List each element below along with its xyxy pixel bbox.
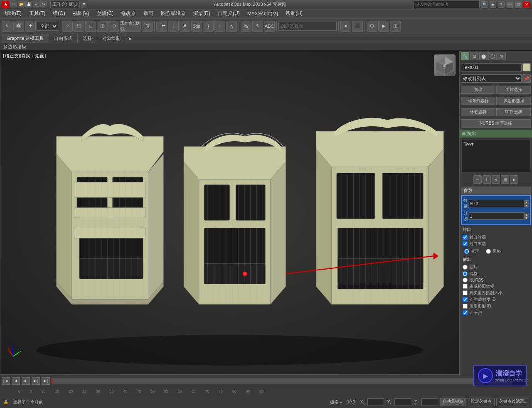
menu-tools[interactable]: 工具(T)	[26, 9, 49, 18]
menu-help[interactable]: 帮助(H)	[282, 9, 306, 18]
menu-create[interactable]: 创建(C)	[94, 9, 117, 18]
pin-stack-icon[interactable]: ⊣	[473, 175, 482, 184]
view-label[interactable]: 工作台: 默认	[120, 21, 141, 32]
amount-input[interactable]	[469, 200, 524, 207]
tab-selection[interactable]: 选择	[78, 34, 97, 43]
spacing-icon[interactable]: ⠿	[180, 21, 190, 32]
rp-display-icon[interactable]: ◯	[488, 52, 497, 60]
show-end-icon[interactable]: I	[483, 175, 491, 184]
open-icon[interactable]: 📂	[18, 1, 25, 7]
redo-icon[interactable]: ↪	[40, 1, 47, 7]
segments-input[interactable]	[469, 212, 524, 220]
patch-select-button[interactable]: 面片选择	[496, 86, 531, 94]
tab-graphite[interactable]: Graphite 建模工具	[2, 34, 49, 43]
menu-views[interactable]: 视图(V)	[69, 9, 93, 18]
menu-rendering[interactable]: 渲染(R)	[190, 9, 214, 18]
mirror-icon[interactable]: ⊣⊢	[156, 21, 167, 32]
ffd-select-button[interactable]: FFD 选择	[496, 108, 531, 116]
timeline-prev-button[interactable]: ◄	[12, 377, 20, 385]
new-icon[interactable]: □	[10, 1, 17, 7]
filter-select[interactable]: 全部	[37, 22, 58, 31]
select-icon[interactable]: ↖	[2, 21, 12, 32]
configure-icon[interactable]: ►	[510, 175, 518, 184]
volume-select-button[interactable]: 体积选择	[461, 108, 495, 116]
save-icon[interactable]: 💾	[25, 1, 32, 7]
rp-hierarchy-icon[interactable]: ⊡	[470, 52, 478, 60]
amount-down-button[interactable]: ▼	[524, 204, 529, 207]
menu-maxscript[interactable]: MAXScript(M)	[244, 10, 282, 17]
rp-pin-icon[interactable]: 📌	[522, 74, 531, 83]
nurbs-select-button[interactable]: NURBS 曲面选择	[461, 119, 531, 128]
normal-align-icon[interactable]: ↑	[214, 21, 225, 32]
menu-modifiers[interactable]: 修改器	[118, 9, 139, 18]
region-select-icon[interactable]: ⬚	[74, 21, 84, 32]
render-icon[interactable]: ▶	[378, 21, 389, 32]
timeline-slider[interactable]	[52, 379, 512, 383]
rp-motion-icon[interactable]: ⬤	[479, 52, 488, 60]
render-frame-icon[interactable]: ◫	[390, 21, 401, 32]
snap-2d-icon[interactable]: ⊕	[108, 21, 119, 32]
cap-start-checkbox[interactable]	[463, 235, 468, 240]
menu-customize[interactable]: 自定义(U)	[214, 9, 243, 18]
nurbs-radio[interactable]	[463, 278, 468, 283]
workspace-label[interactable]: 工作台: 默认	[50, 1, 80, 8]
close-button[interactable]: ✕	[523, 1, 530, 8]
autokey-button[interactable]: 自动关键点	[440, 398, 466, 406]
rp-modify-icon[interactable]: 🔧	[461, 52, 469, 60]
named-selection-input[interactable]	[278, 22, 337, 31]
crossing-icon[interactable]: ◫	[97, 21, 108, 32]
restore-button[interactable]: □	[515, 1, 522, 8]
status-lock-icon[interactable]: 🔒	[2, 400, 10, 404]
z-coord-input[interactable]	[421, 398, 438, 406]
object-name-input[interactable]	[461, 63, 522, 71]
use-shape-checkbox[interactable]	[463, 304, 468, 309]
quick-align-icon[interactable]: ⍿	[203, 21, 214, 32]
patch-radio[interactable]	[463, 265, 468, 270]
object-color-swatch[interactable]	[522, 63, 531, 71]
rp-utils-icon[interactable]: ⚒	[498, 52, 506, 60]
search-input[interactable]	[413, 1, 480, 8]
segments-up-button[interactable]: ▲	[524, 213, 529, 216]
tab-more-arrow[interactable]: »	[126, 34, 134, 43]
amount-up-button[interactable]: ▲	[524, 200, 529, 204]
help-icon[interactable]: ?	[498, 1, 505, 8]
grid-radio[interactable]	[486, 249, 491, 254]
gen-map-checkbox[interactable]	[463, 284, 468, 289]
set-key-button[interactable]: 设定关键点	[468, 398, 495, 406]
minimize-button[interactable]: —	[506, 1, 514, 8]
lasso-icon[interactable]: 🔘	[13, 21, 24, 32]
rect-select-icon[interactable]: □	[85, 21, 96, 32]
y-coord-input[interactable]	[394, 398, 411, 406]
move-icon[interactable]: ✚	[25, 21, 36, 32]
menu-edit[interactable]: 编辑(E)	[2, 9, 25, 18]
tab-object-paint[interactable]: 对象绘制	[97, 34, 126, 43]
view-cube[interactable]: 前	[434, 54, 456, 76]
cap-end-checkbox[interactable]	[463, 241, 468, 246]
timeline-next-button[interactable]: ►|	[32, 377, 40, 385]
tab-freeform[interactable]: 自由形式	[49, 34, 78, 43]
menu-graph-editors[interactable]: 图形编辑器	[158, 9, 189, 18]
snap-icon[interactable]: ⊞	[142, 21, 153, 32]
modifier-list-select[interactable]: 修改器列表	[461, 74, 522, 83]
select-tool[interactable]: ↗	[62, 21, 73, 32]
object-paint-icon[interactable]: n	[226, 21, 237, 32]
bookmark-icon[interactable]: ★	[490, 1, 496, 8]
spline-select-button[interactable]: 样条线选择	[461, 97, 495, 105]
gen-mat-checkbox[interactable]	[463, 297, 468, 302]
morph-radio[interactable]	[464, 249, 469, 254]
timeline-start-button[interactable]: |◄	[2, 377, 10, 385]
align-icon[interactable]: ↕	[168, 21, 179, 32]
remove-icon[interactable]: ▤	[501, 175, 509, 184]
percent-icon[interactable]: %	[241, 21, 251, 32]
workspace-dropdown-icon[interactable]: ▼	[81, 1, 87, 7]
x-coord-input[interactable]	[367, 398, 384, 406]
poly-select-button[interactable]: 多边形选择	[496, 97, 531, 105]
wire-icon[interactable]: ABC	[264, 21, 275, 32]
viewport[interactable]: [+][正交][真实 + 边面] 前 X Y Z	[0, 51, 459, 375]
make-unique-icon[interactable]: ⋎	[492, 175, 500, 184]
scene-manager-icon[interactable]: ≡	[340, 21, 351, 32]
timeline-play-button[interactable]: ►	[22, 377, 30, 385]
loop-icon[interactable]: ↻	[252, 21, 263, 32]
real-world-checkbox[interactable]	[463, 290, 468, 295]
array-icon[interactable]: 3ds	[191, 21, 202, 32]
